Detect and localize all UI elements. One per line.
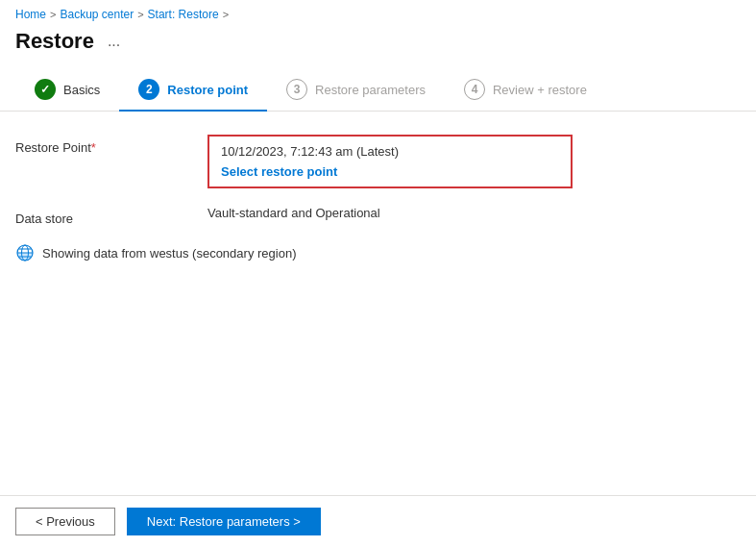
info-row: Showing data from westus (secondary regi… bbox=[15, 243, 741, 262]
page-title-row: Restore ... bbox=[0, 25, 756, 69]
tab-basics-label: Basics bbox=[63, 83, 100, 97]
breadcrumb-backup-center[interactable]: Backup center bbox=[60, 8, 134, 21]
breadcrumb-sep2: > bbox=[137, 9, 143, 20]
main-content: Restore Point* 10/12/2023, 7:12:43 am (L… bbox=[0, 112, 756, 495]
tab-restore-parameters-label: Restore parameters bbox=[315, 83, 426, 97]
tab-review-restore-label: Review + restore bbox=[493, 83, 587, 97]
data-store-value: Vault-standard and Operational bbox=[207, 206, 741, 220]
tab-restore-parameters[interactable]: 3 Restore parameters bbox=[267, 69, 445, 112]
breadcrumb-sep3: > bbox=[223, 9, 229, 20]
restore-point-required: * bbox=[91, 140, 96, 155]
data-store-label: Data store bbox=[15, 206, 207, 226]
tab-restore-point-label: Restore point bbox=[167, 83, 248, 97]
breadcrumb: Home > Backup center > Start: Restore > bbox=[0, 0, 756, 25]
data-store-row: Data store Vault-standard and Operationa… bbox=[15, 206, 741, 226]
tab-restore-parameters-circle: 3 bbox=[286, 79, 307, 100]
restore-point-label: Restore Point* bbox=[15, 135, 207, 155]
tab-review-restore-circle: 4 bbox=[464, 79, 485, 100]
next-button[interactable]: Next: Restore parameters > bbox=[127, 508, 321, 535]
tab-review-restore[interactable]: 4 Review + restore bbox=[445, 69, 606, 112]
ellipsis-button[interactable]: ... bbox=[102, 31, 126, 52]
breadcrumb-sep1: > bbox=[50, 9, 56, 20]
previous-button[interactable]: < Previous bbox=[15, 508, 115, 535]
info-text: Showing data from westus (secondary regi… bbox=[42, 246, 296, 261]
page-title: Restore bbox=[15, 29, 94, 54]
restore-point-box: 10/12/2023, 7:12:43 am (Latest) Select r… bbox=[207, 135, 573, 188]
restore-point-value-area: 10/12/2023, 7:12:43 am (Latest) Select r… bbox=[207, 135, 741, 188]
tab-restore-point-circle: 2 bbox=[138, 79, 159, 100]
tab-basics-circle: ✓ bbox=[35, 79, 56, 100]
select-restore-point-link[interactable]: Select restore point bbox=[221, 164, 337, 179]
globe-icon bbox=[15, 243, 35, 262]
breadcrumb-home[interactable]: Home bbox=[15, 8, 46, 21]
footer: < Previous Next: Restore parameters > bbox=[0, 495, 756, 547]
tabs-row: ✓ Basics 2 Restore point 3 Restore param… bbox=[0, 69, 756, 112]
restore-point-row: Restore Point* 10/12/2023, 7:12:43 am (L… bbox=[15, 135, 741, 188]
tab-restore-point[interactable]: 2 Restore point bbox=[119, 69, 267, 112]
breadcrumb-start-restore[interactable]: Start: Restore bbox=[148, 8, 219, 21]
tab-basics[interactable]: ✓ Basics bbox=[15, 69, 119, 112]
restore-point-datetime: 10/12/2023, 7:12:43 am (Latest) bbox=[221, 144, 559, 159]
